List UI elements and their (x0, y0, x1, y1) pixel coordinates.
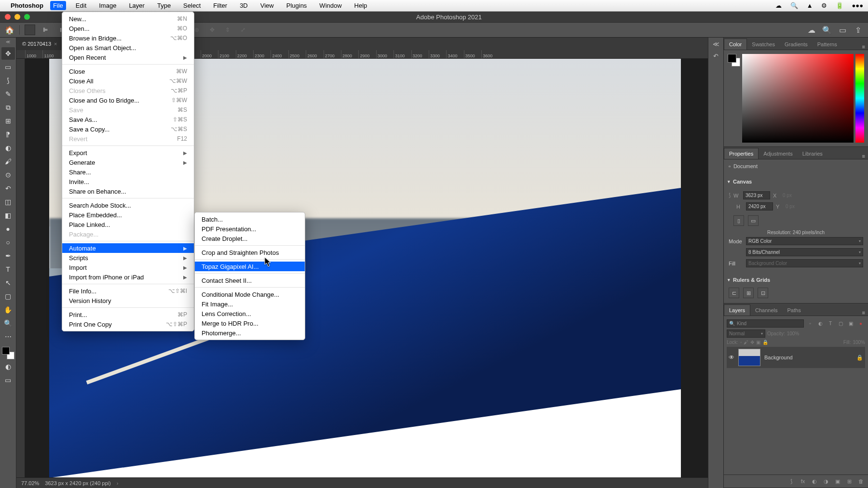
home-icon[interactable]: 🏠 (5, 25, 14, 35)
edit-toolbar-icon[interactable]: ⋯ (1, 330, 15, 343)
menubar-item-type[interactable]: Type (154, 1, 174, 10)
canvas-section-header[interactable]: ▾Canvas (724, 176, 868, 187)
gradient-tool-icon[interactable]: ◧ (1, 209, 15, 222)
search-icon[interactable]: 🔍 (822, 25, 832, 35)
menubar-item-edit[interactable]: Edit (73, 1, 89, 10)
menubar-item-select[interactable]: Select (180, 1, 203, 10)
hand-tool-icon[interactable]: ✋ (1, 303, 15, 316)
tab-adjustments[interactable]: Adjustments (759, 148, 798, 159)
color-panel-swatches[interactable] (728, 54, 740, 66)
frame-tool-icon[interactable]: ⊞ (1, 115, 15, 127)
guides-icon[interactable]: ⊡ (758, 288, 768, 298)
menu-item-save-as-[interactable]: Save As...⇧⌘S (62, 115, 194, 124)
filter-adjustment-icon[interactable]: ◐ (816, 319, 825, 328)
brush-tool-icon[interactable]: 🖌 (1, 155, 15, 168)
menu-item-photomerge-[interactable]: Photomerge... (195, 328, 305, 338)
3d-pan-icon[interactable]: ✥ (207, 25, 217, 35)
dodge-tool-icon[interactable]: ○ (1, 236, 15, 249)
menu-item-contact-sheet-ii-[interactable]: Contact Sheet II... (195, 276, 305, 285)
app-name[interactable]: Photoshop (11, 2, 43, 9)
menu-item-open-as-smart-object-[interactable]: Open as Smart Object... (62, 43, 194, 53)
delete-layer-icon[interactable]: 🗑 (856, 477, 865, 486)
menu-item-place-linked-[interactable]: Place Linked... (62, 220, 194, 229)
control-center-icon[interactable]: ⚙ (821, 2, 827, 9)
saturation-value-picker[interactable] (742, 54, 854, 143)
lock-pixels-icon[interactable]: 🖌 (744, 340, 748, 345)
cloud-icon[interactable]: ☁ (775, 2, 782, 9)
menu-item-search-adobe-stock-[interactable]: Search Adobe Stock... (62, 200, 194, 210)
menu-item-version-history[interactable]: Version History (62, 296, 194, 305)
menu-item-import-from-iphone-or-ipad[interactable]: Import from iPhone or iPad▶ (62, 272, 194, 282)
type-tool-icon[interactable]: T (1, 263, 15, 276)
menu-item-print-one-copy[interactable]: Print One Copy⌥⇧⌘P (62, 319, 194, 329)
share-icon[interactable]: ⇪ (853, 25, 863, 35)
eyedropper-tool-icon[interactable]: ⁋ (1, 128, 15, 141)
menu-item-pdf-presentation-[interactable]: PDF Presentation... (195, 224, 305, 234)
tab-paths[interactable]: Paths (783, 305, 806, 316)
quick-select-tool-icon[interactable]: ✎ (1, 88, 15, 100)
menu-item-export[interactable]: Export▶ (62, 148, 194, 158)
filter-pixel-icon[interactable]: ▫ (806, 319, 814, 328)
orientation-portrait-icon[interactable]: ▯ (733, 215, 744, 226)
blur-tool-icon[interactable]: ● (1, 223, 15, 235)
menu-item-file-info-[interactable]: File Info...⌥⇧⌘I (62, 286, 194, 296)
path-select-tool-icon[interactable]: ↖ (1, 277, 15, 289)
menu-item-save-a-copy-[interactable]: Save a Copy...⌥⌘S (62, 124, 194, 134)
layer-mask-icon[interactable]: ◐ (810, 477, 819, 486)
menu-item-close-all[interactable]: Close All⌥⌘W (62, 76, 194, 86)
menu-item-automate[interactable]: Automate▶ (62, 243, 194, 253)
layer-style-icon[interactable]: fx (799, 477, 807, 486)
orientation-landscape-icon[interactable]: ▭ (748, 215, 759, 226)
cloud-docs-icon[interactable]: ☁ (806, 25, 817, 35)
panel-menu-icon[interactable]: ≡ (859, 310, 868, 316)
menubar-item-filter[interactable]: Filter (210, 1, 230, 10)
3d-slide-icon[interactable]: ⇕ (222, 25, 233, 35)
menu-item-browse-in-bridge-[interactable]: Browse in Bridge...⌥⌘O (62, 33, 194, 43)
blend-mode-dropdown[interactable]: Normal▾ (727, 330, 765, 338)
lasso-tool-icon[interactable]: ⟆ (1, 74, 15, 87)
layer-thumbnail[interactable] (738, 349, 760, 366)
history-brush-tool-icon[interactable]: ↶ (1, 182, 15, 195)
menu-item-lens-correction-[interactable]: Lens Correction... (195, 309, 305, 318)
bit-depth-dropdown[interactable]: 8 Bits/Channel▾ (746, 248, 863, 256)
menu-item-close-and-go-to-bridge-[interactable]: Close and Go to Bridge...⇧⌘W (62, 95, 194, 105)
rulers-grids-section-header[interactable]: ▾Rulers & Grids (724, 274, 868, 286)
menu-item-share-[interactable]: Share... (62, 167, 194, 177)
tab-layers[interactable]: Layers (724, 304, 750, 316)
clock-icon[interactable]: ●●● (852, 2, 863, 9)
menu-item-print-[interactable]: Print...⌘P (62, 310, 194, 319)
zoom-level[interactable]: 77.02% (21, 480, 39, 486)
spotlight-icon[interactable]: 🔍 (790, 2, 798, 9)
tool-preset-picker[interactable] (25, 25, 35, 35)
height-field[interactable]: 2420 px (746, 202, 773, 211)
menubar-item-plugins[interactable]: Plugins (284, 1, 310, 10)
new-layer-icon[interactable]: ⊞ (845, 477, 854, 486)
lock-artboard-icon[interactable]: ▣ (756, 340, 760, 345)
tab-channels[interactable]: Channels (750, 305, 782, 316)
menu-item-open-[interactable]: Open...⌘O (62, 24, 194, 33)
clone-stamp-tool-icon[interactable]: ⊙ (1, 169, 15, 181)
collapse-arrow-icon[interactable]: ≪ (713, 40, 719, 48)
zoom-tool-icon[interactable]: 🔍 (1, 317, 15, 330)
menu-item-merge-to-hdr-pro-[interactable]: Merge to HDR Pro... (195, 318, 305, 328)
grid-icon[interactable]: ⊞ (743, 288, 754, 298)
filter-toggle-icon[interactable]: ● (856, 319, 865, 328)
menu-item-open-recent[interactable]: Open Recent▶ (62, 53, 194, 62)
menubar-item-window[interactable]: Window (316, 1, 344, 10)
menu-item-place-embedded-[interactable]: Place Embedded... (62, 210, 194, 220)
menubar-item-3d[interactable]: 3D (237, 1, 251, 10)
maximize-window-button[interactable] (24, 14, 30, 20)
panel-menu-icon[interactable]: ≡ (859, 44, 868, 50)
close-window-button[interactable] (5, 14, 11, 20)
battery-icon[interactable]: 🔋 (836, 2, 843, 9)
minimize-window-button[interactable] (14, 14, 20, 20)
menu-item-crop-and-straighten-photos[interactable]: Crop and Straighten Photos (195, 248, 305, 257)
document-info[interactable]: 3623 px x 2420 px (240 ppi) (45, 480, 110, 486)
lock-icon[interactable]: 🔒 (856, 355, 863, 361)
tab-gradients[interactable]: Gradients (780, 39, 813, 50)
menu-item-new-[interactable]: New...⌘N (62, 14, 194, 24)
menubar-item-image[interactable]: Image (96, 1, 119, 10)
menu-item-share-on-behance-[interactable]: Share on Behance... (62, 186, 194, 196)
menubar-item-layer[interactable]: Layer (126, 1, 148, 10)
group-icon[interactable]: ▣ (833, 477, 842, 486)
